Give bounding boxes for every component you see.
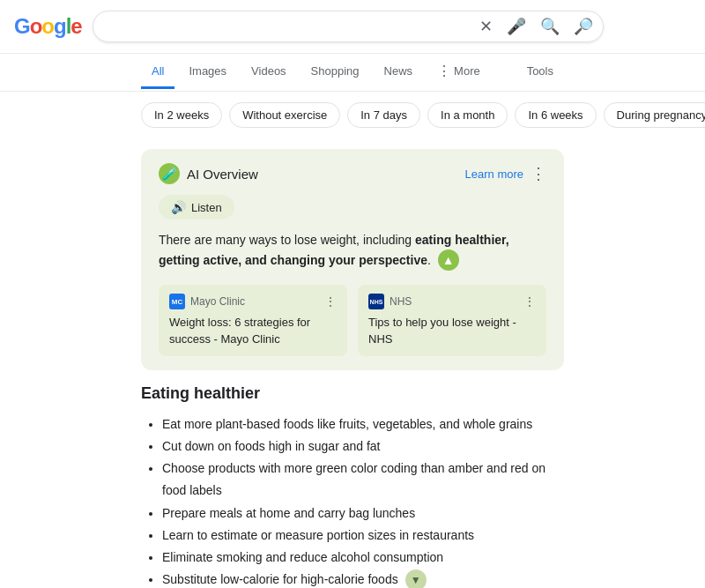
chip-7days[interactable]: In 7 days xyxy=(347,102,420,128)
list-item-last: Substitute low-calorie for high-calorie … xyxy=(162,569,564,588)
search-button[interactable]: 🔎 xyxy=(570,13,597,40)
learn-more-link[interactable]: Learn more xyxy=(465,167,523,181)
source-card-nhs: NHS NHS ⋮ Tips to help you lose weight -… xyxy=(358,285,546,355)
source-card-mayo-header: MC Mayo Clinic ⋮ xyxy=(169,294,337,309)
camera-icon: 🔍 xyxy=(540,17,560,36)
search-tabs: All Images Videos Shopping News ⋮ More T… xyxy=(0,54,705,92)
expand-up-button[interactable]: ▲ xyxy=(438,249,459,271)
listen-button[interactable]: 🔊 Listen xyxy=(159,195,234,220)
nhs-article-title[interactable]: Tips to help you lose weight - NHS xyxy=(368,315,536,346)
list-item: Learn to estimate or measure portion siz… xyxy=(162,525,564,547)
google-logo[interactable]: Google xyxy=(14,14,82,39)
ai-overview-header: 🧪 AI Overview Learn more ⋮ xyxy=(159,163,546,184)
source-more-icon-nhs[interactable]: ⋮ xyxy=(523,294,536,309)
search-icons: ✕ 🎤 🔍 🔎 xyxy=(476,13,597,40)
lens-button[interactable]: 🔍 xyxy=(537,13,563,40)
header: Google how to lose weight ✕ 🎤 🔍 🔎 xyxy=(0,0,705,54)
ai-overview-body: There are many ways to lose weight, incl… xyxy=(159,230,546,271)
search-bar-container: how to lose weight ✕ 🎤 🔍 🔎 xyxy=(93,11,604,42)
search-icon: 🔎 xyxy=(574,17,593,36)
tab-shopping[interactable]: Shopping xyxy=(301,56,370,89)
nhs-logo: NHS NHS xyxy=(368,294,412,309)
tab-videos[interactable]: Videos xyxy=(241,56,297,89)
list-item: Eliminate smoking and reduce alcohol con… xyxy=(162,547,564,569)
chip-2weeks[interactable]: In 2 weeks xyxy=(141,102,222,128)
microphone-icon: 🎤 xyxy=(507,17,526,36)
list-item: Prepare meals at home and carry bag lunc… xyxy=(162,502,564,525)
list-item: Choose products with more green color co… xyxy=(162,458,564,502)
expand-down-button[interactable]: ▼ xyxy=(405,569,427,588)
ai-overview-title: 🧪 AI Overview xyxy=(159,163,258,184)
mayo-clinic-logo: MC Mayo Clinic xyxy=(169,294,245,309)
ai-overview-panel: 🧪 AI Overview Learn more ⋮ 🔊 Listen Ther… xyxy=(141,149,564,370)
source-card-mayo: MC Mayo Clinic ⋮ Weight loss: 6 strategi… xyxy=(159,285,347,355)
close-icon: ✕ xyxy=(479,17,493,36)
more-dots-icon: ⋮ xyxy=(437,63,451,79)
eating-bullet-list: Eat more plant-based foods like fruits, … xyxy=(141,413,564,588)
source-more-icon[interactable]: ⋮ xyxy=(324,294,337,309)
main-content: 🧪 AI Overview Learn more ⋮ 🔊 Listen Ther… xyxy=(0,138,705,588)
suggestion-chips: In 2 weeks Without exercise In 7 days In… xyxy=(0,92,705,138)
chip-no-exercise[interactable]: Without exercise xyxy=(229,102,340,128)
tab-all[interactable]: All xyxy=(141,56,174,89)
speaker-icon: 🔊 xyxy=(171,200,186,214)
flask-icon: 🧪 xyxy=(159,163,180,184)
mayo-article-title[interactable]: Weight loss: 6 strategies for success - … xyxy=(169,315,337,346)
list-item: Eat more plant-based foods like fruits, … xyxy=(162,413,564,435)
eating-healthier-section: Eating healthier Eat more plant-based fo… xyxy=(141,384,564,588)
tab-tools[interactable]: Tools xyxy=(516,56,564,89)
eating-section-title: Eating healthier xyxy=(141,384,564,403)
chip-month[interactable]: In a month xyxy=(427,102,508,128)
source-cards: MC Mayo Clinic ⋮ Weight loss: 6 strategi… xyxy=(159,285,546,355)
clear-button[interactable]: ✕ xyxy=(476,13,496,40)
more-options-icon[interactable]: ⋮ xyxy=(531,164,546,183)
tab-news[interactable]: News xyxy=(374,56,424,89)
tab-more[interactable]: ⋮ More xyxy=(427,54,491,91)
list-item: Cut down on foods high in sugar and fat xyxy=(162,435,564,458)
tab-images[interactable]: Images xyxy=(178,56,237,89)
ai-overview-actions: Learn more ⋮ xyxy=(465,164,546,183)
nhs-badge: NHS xyxy=(368,294,384,309)
source-card-nhs-header: NHS NHS ⋮ xyxy=(368,294,536,309)
chip-pregnancy[interactable]: During pregnancy xyxy=(604,102,705,128)
mayo-badge: MC xyxy=(169,294,185,309)
voice-search-button[interactable]: 🎤 xyxy=(503,13,530,40)
chip-6weeks[interactable]: In 6 weeks xyxy=(515,102,596,128)
